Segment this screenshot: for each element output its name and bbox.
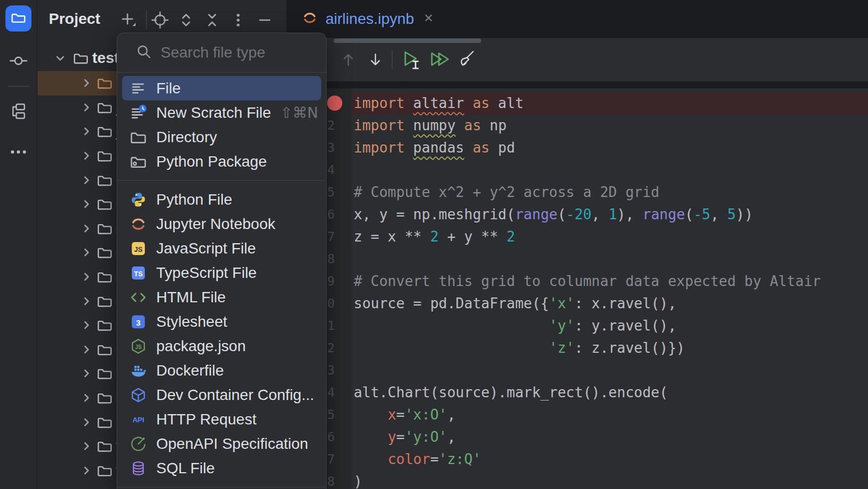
chevron-right-icon[interactable]: [79, 317, 94, 333]
hide-panel-button[interactable]: [254, 10, 275, 30]
chevron-right-icon[interactable]: [79, 463, 94, 478]
menu-item-shortcut: ⇧⌘N: [280, 104, 327, 121]
menu-item-package-json[interactable]: JSpackage.json: [122, 334, 321, 358]
popup-search-field[interactable]: Search file type: [117, 33, 326, 72]
code-line-9[interactable]: # Convert this grid to columnar data exp…: [354, 270, 821, 293]
tab-label: airlines.ipynb: [326, 10, 414, 28]
menu-item-label: Dockerfile: [156, 362, 224, 379]
folder-icon: [97, 75, 113, 91]
code-line-10[interactable]: source = pd.DataFrame({'x': x.ravel(),: [354, 293, 821, 315]
chevron-right-icon[interactable]: [79, 196, 94, 212]
chevron-right-icon[interactable]: [79, 294, 94, 309]
code-line-3[interactable]: import pandas as pd: [354, 137, 821, 159]
expand-all-button[interactable]: [176, 10, 196, 30]
locate-opened-file-button[interactable]: [150, 10, 170, 30]
close-tab-icon[interactable]: [422, 11, 436, 27]
menu-item-directory[interactable]: Directory: [122, 125, 321, 149]
chevron-right-icon[interactable]: [79, 100, 94, 115]
folder-icon: [97, 269, 113, 285]
run-all-cells-button[interactable]: [427, 48, 451, 72]
code-line-18[interactable]: ): [354, 471, 821, 489]
run-cell-button[interactable]: [399, 48, 423, 72]
code-line-6[interactable]: x, y = np.meshgrid(range(-20, 1), range(…: [354, 204, 821, 226]
cell-top-divider: [286, 81, 868, 88]
menu-item-python-file[interactable]: Python File: [122, 187, 321, 212]
collapse-all-button[interactable]: [202, 10, 222, 30]
clear-outputs-broom-button[interactable]: [454, 48, 477, 72]
file-icon: [130, 80, 147, 97]
code-line-14[interactable]: alt.Chart(source).mark_rect().encode(: [354, 382, 821, 404]
menu-item-dockerfile[interactable]: Dockerfile: [122, 358, 321, 383]
options-kebab-button[interactable]: [228, 10, 248, 30]
code-line-11[interactable]: 'y': y.ravel(),: [354, 315, 821, 337]
menu-item-javascript-file[interactable]: JSJavaScript File: [122, 236, 321, 261]
chevron-right-icon[interactable]: [79, 148, 94, 163]
typescript-file-icon: TS: [130, 264, 147, 282]
folder-icon: [97, 341, 113, 358]
chevron-right-icon[interactable]: [79, 173, 94, 188]
menu-item-jupyter-notebook[interactable]: Jupyter Notebook: [122, 212, 321, 236]
notebook-code-editor[interactable]: 23456789101112131415161718 import altair…: [286, 88, 868, 489]
stylesheet-icon: 3: [130, 313, 147, 331]
menu-item-python-package[interactable]: Python Package: [122, 149, 321, 174]
chevron-right-icon[interactable]: [79, 439, 94, 454]
code-line-15[interactable]: x='x:O',: [354, 404, 821, 426]
move-cell-up-button[interactable]: [336, 48, 360, 72]
folder-icon: [97, 172, 113, 188]
code-line-7[interactable]: z = x ** 2 + y ** 2: [354, 226, 821, 248]
more-tool-windows-button[interactable]: [0, 142, 37, 164]
menu-item-label: SQL File: [156, 460, 215, 477]
chevron-right-icon[interactable]: [79, 390, 94, 405]
menu-item-label: Python Package: [156, 153, 267, 170]
menu-item-stylesheet[interactable]: 3Stylesheet: [122, 309, 321, 334]
menu-item-label: New Scratch File: [156, 104, 271, 122]
chevron-right-icon[interactable]: [79, 75, 94, 91]
chevron-down-icon[interactable]: [53, 50, 68, 66]
folder-icon: [97, 196, 113, 212]
header-separator: [146, 11, 147, 29]
folder-icon: [97, 390, 113, 406]
chevron-right-icon[interactable]: [79, 221, 94, 236]
project-tool-window-button[interactable]: [5, 5, 31, 31]
chevron-right-icon[interactable]: [79, 269, 94, 284]
menu-item-new-scratch-file[interactable]: New Scratch File⇧⌘N: [122, 100, 321, 125]
code-lines[interactable]: import altair as altimport numpy as npim…: [354, 92, 821, 489]
code-line-2[interactable]: import numpy as np: [354, 115, 821, 137]
folder-icon: [97, 317, 113, 333]
code-line-8[interactable]: [354, 248, 821, 270]
code-line-4[interactable]: [354, 159, 821, 181]
chevron-right-icon[interactable]: [79, 342, 94, 357]
menu-item-label: Jupyter Notebook: [156, 215, 275, 233]
dev-container-icon: [130, 386, 147, 404]
menu-item-dev-container-config[interactable]: Dev Container Config...: [122, 383, 321, 407]
menu-item-html-file[interactable]: HTML File: [122, 285, 321, 309]
chevron-right-icon[interactable]: [79, 415, 94, 430]
chevron-right-icon[interactable]: [79, 245, 94, 260]
move-cell-down-button[interactable]: [363, 48, 387, 72]
commit-tool-window-button[interactable]: [0, 51, 37, 73]
scratch-file-icon: [130, 104, 147, 122]
code-line-12[interactable]: 'z': z.ravel()}): [354, 337, 821, 359]
menu-item-file[interactable]: File: [122, 76, 321, 100]
svg-text:JS: JS: [134, 245, 142, 253]
code-line-13[interactable]: [354, 359, 821, 382]
http-request-icon: API: [130, 411, 147, 428]
code-line-16[interactable]: y='y:O',: [354, 426, 821, 448]
code-line-1[interactable]: import altair as alt: [354, 92, 821, 115]
menu-item-openapi-specification[interactable]: OpenAPI Specification: [122, 431, 321, 456]
menu-item-http-request[interactable]: APIHTTP Request: [122, 407, 321, 431]
menu-item-label: Directory: [156, 129, 217, 146]
notebook-toolbar: [286, 38, 868, 81]
menu-divider: [117, 480, 326, 489]
svg-text:TS: TS: [134, 270, 143, 277]
menu-item-sql-file[interactable]: SQL File: [122, 456, 321, 480]
menu-item-typescript-file[interactable]: TSTypeScript File: [122, 261, 321, 285]
code-line-5[interactable]: # Compute x^2 + y^2 across a 2D grid: [354, 181, 821, 204]
svg-text:API: API: [132, 416, 144, 424]
add-button[interactable]: [118, 10, 139, 30]
horizontal-scrollbar-thumb[interactable]: [334, 39, 481, 43]
chevron-right-icon[interactable]: [79, 366, 94, 381]
structure-tool-window-button[interactable]: [0, 102, 37, 123]
code-line-17[interactable]: color='z:Q': [354, 448, 821, 471]
chevron-right-icon[interactable]: [79, 124, 94, 139]
